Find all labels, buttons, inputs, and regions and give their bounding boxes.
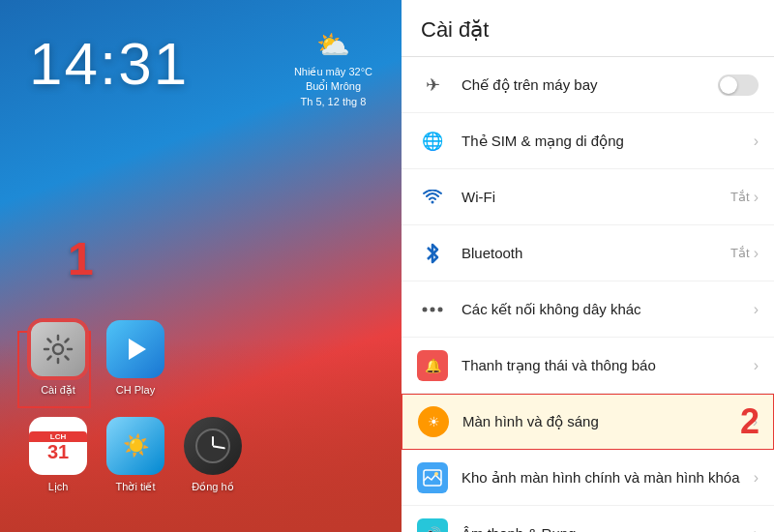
- bluetooth-chevron: ›: [754, 245, 759, 262]
- sim-icon: 🌐: [417, 126, 448, 157]
- connections-label: Các kết nối không dây khác: [461, 300, 750, 319]
- app-row-2: LCH 31 Lịch ☀️ Thời tiết Đồng hồ: [29, 417, 242, 493]
- settings-item-wallpaper[interactable]: Kho ảnh màn hình chính và màn hình khóa …: [402, 450, 774, 506]
- bluetooth-icon: [417, 238, 448, 269]
- airplane-label: Chế độ trên máy bay: [461, 75, 710, 95]
- chplay-app-icon: [106, 320, 164, 378]
- settings-item-bluetooth[interactable]: Bluetooth Tắt ›: [402, 225, 774, 281]
- wallpaper-chevron: ›: [754, 469, 759, 487]
- svg-point-3: [431, 307, 435, 311]
- display-label: Màn hình và độ sáng: [462, 412, 749, 431]
- settings-item-connections[interactable]: Các kết nối không dây khác ›: [402, 281, 774, 338]
- clock-app-icon: [184, 417, 242, 475]
- bluetooth-status: Tắt: [730, 246, 750, 260]
- display-chevron: ›: [753, 413, 758, 430]
- settings-app-label: Cài đặt: [41, 384, 75, 397]
- wallpaper-icon: [417, 462, 448, 493]
- toggle-knob: [720, 76, 737, 94]
- step-number-1: 1: [68, 232, 94, 285]
- connections-icon: [417, 294, 448, 325]
- chplay-app-label: CH Play: [116, 384, 155, 396]
- app-calendar[interactable]: LCH 31 Lịch: [29, 417, 87, 493]
- calendar-app-label: Lịch: [48, 481, 69, 493]
- notifications-icon: 🔔: [417, 350, 448, 381]
- settings-item-airplane[interactable]: ✈ Chế độ trên máy bay: [402, 57, 774, 113]
- wifi-chevron: ›: [754, 189, 759, 206]
- settings-app-icon: [29, 320, 87, 378]
- sound-label: Âm thanh & Rung: [461, 524, 750, 532]
- weather-app-icon: ☀️: [106, 417, 164, 475]
- weather-description: Nhiều mây 32°CBuổi MrôngTh 5, 12 thg 8: [294, 65, 372, 109]
- weather-widget: ⛅ Nhiều mây 32°CBuổi MrôngTh 5, 12 thg 8: [294, 29, 372, 109]
- time-display: 14:31: [29, 29, 189, 98]
- weather-app-label: Thời tiết: [116, 481, 156, 493]
- settings-item-display[interactable]: ☀ Màn hình và độ sáng › 2: [402, 394, 774, 450]
- settings-title: Cài đặt: [421, 17, 755, 43]
- app-settings[interactable]: Cài đặt: [29, 320, 87, 397]
- settings-panel: Cài đặt ✈ Chế độ trên máy bay 🌐 Thẻ SIM …: [402, 0, 774, 532]
- sound-chevron: ›: [754, 525, 759, 533]
- settings-list: ✈ Chế độ trên máy bay 🌐 Thẻ SIM & mạng d…: [402, 57, 774, 532]
- airplane-toggle[interactable]: [718, 74, 759, 96]
- bluetooth-label: Bluetooth: [461, 244, 723, 263]
- connections-chevron: ›: [754, 301, 759, 318]
- settings-header: Cài đặt: [402, 0, 774, 57]
- airplane-icon: ✈: [417, 70, 448, 101]
- svg-point-0: [53, 344, 63, 354]
- wifi-icon: [417, 182, 448, 213]
- sound-icon: 🔊: [417, 518, 448, 533]
- app-clock[interactable]: Đồng hồ: [184, 417, 242, 493]
- app-weather[interactable]: ☀️ Thời tiết: [106, 417, 164, 493]
- settings-item-wifi[interactable]: Wi-Fi Tắt ›: [402, 169, 774, 225]
- svg-point-6: [434, 472, 438, 476]
- svg-point-2: [423, 307, 428, 311]
- weather-icon: ⛅: [294, 29, 372, 61]
- wallpaper-label: Kho ảnh màn hình chính và màn hình khóa: [461, 468, 750, 488]
- wifi-status: Tắt: [730, 190, 750, 204]
- clock-app-label: Đồng hồ: [192, 481, 233, 493]
- sim-label: Thẻ SIM & mạng di động: [461, 132, 750, 151]
- settings-item-sim[interactable]: 🌐 Thẻ SIM & mạng di động ›: [402, 113, 774, 169]
- display-icon: ☀: [418, 406, 449, 437]
- notifications-label: Thanh trạng thái và thông báo: [461, 356, 750, 375]
- phone-screen: 14:31 ⛅ Nhiều mây 32°CBuổi MrôngTh 5, 12…: [0, 0, 402, 532]
- svg-point-4: [438, 307, 443, 311]
- app-chplay[interactable]: CH Play: [106, 320, 164, 397]
- app-row-1: Cài đặt CH Play: [29, 320, 164, 397]
- sim-chevron: ›: [754, 133, 759, 150]
- calendar-app-icon: LCH 31: [29, 417, 87, 475]
- settings-item-notifications[interactable]: 🔔 Thanh trạng thái và thông báo ›: [402, 338, 774, 394]
- svg-marker-1: [129, 339, 146, 360]
- notifications-chevron: ›: [754, 357, 759, 374]
- settings-item-sound[interactable]: 🔊 Âm thanh & Rung ›: [402, 506, 774, 532]
- wifi-label: Wi-Fi: [461, 188, 723, 207]
